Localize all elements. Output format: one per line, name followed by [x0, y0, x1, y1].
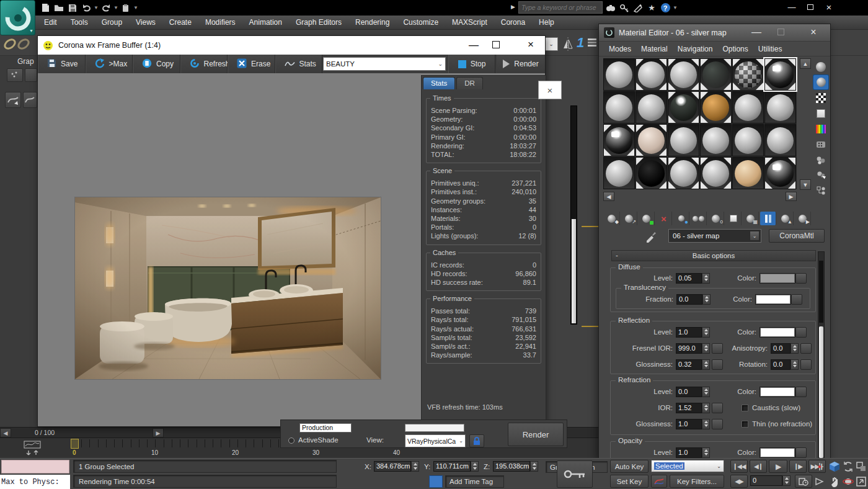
time-tag-color-swatch[interactable] — [429, 475, 443, 488]
assign-material-to-selection-icon[interactable] — [639, 212, 655, 225]
material-slot-10[interactable] — [700, 91, 732, 123]
play-animation-icon[interactable]: ▶ — [769, 460, 787, 473]
slots-scroll-left-icon[interactable]: ◀ — [603, 192, 614, 201]
material-editor-scrollbar[interactable] — [818, 251, 825, 459]
ior-map-button[interactable] — [712, 403, 723, 413]
refraction-level-spinner[interactable]: 0.0 — [676, 387, 710, 397]
material-slot-4[interactable] — [700, 58, 732, 91]
stats-tab-stats[interactable]: Stats — [423, 77, 455, 89]
material-slot-6[interactable] — [764, 58, 796, 91]
ior-value[interactable]: 1.52 — [676, 403, 702, 413]
make-material-copy-icon[interactable]: ● — [673, 212, 689, 225]
material-slot-15[interactable] — [668, 124, 699, 156]
anisotropy-map-button[interactable] — [800, 343, 812, 354]
put-to-library-icon[interactable] — [691, 212, 707, 225]
material-slot-21[interactable] — [668, 157, 699, 189]
get-material-icon[interactable]: ◆ — [604, 212, 620, 225]
fb-close-icon[interactable]: × — [521, 37, 540, 52]
default-in-out-tangents-icon[interactable] — [651, 475, 667, 488]
options-icon[interactable] — [813, 153, 828, 167]
fb-refresh-button[interactable]: Refresh — [180, 55, 228, 73]
undo-icon[interactable] — [79, 1, 93, 14]
view-lock-icon[interactable] — [469, 434, 484, 447]
select-by-material-icon[interactable] — [813, 168, 828, 182]
open-file-icon[interactable] — [52, 1, 66, 14]
reflection-level-spinner[interactable]: 1.0 — [676, 327, 710, 338]
maxscript-listener-line[interactable]: Max to Physc: — [0, 475, 70, 489]
fresnel-ior-map-button[interactable] — [712, 343, 723, 354]
menu-rendering[interactable]: Rendering — [348, 16, 396, 29]
reflection-level-value[interactable]: 1.0 — [676, 327, 702, 338]
rotation-map-button[interactable] — [800, 359, 812, 370]
maximize-viewport-toggle-icon[interactable] — [855, 475, 867, 488]
add-time-tag[interactable]: Add Time Tag — [445, 475, 504, 488]
field-of-view-icon[interactable] — [842, 460, 854, 473]
y-coordinate[interactable]: 110.711cm — [433, 461, 479, 472]
stop-render-button[interactable]: Stop — [448, 55, 495, 73]
search-expand-icon[interactable]: ▶ — [511, 4, 515, 10]
new-file-icon[interactable] — [38, 1, 52, 14]
stats-tab-dr[interactable]: DR — [456, 77, 483, 89]
video-color-check-icon[interactable] — [813, 122, 828, 136]
next-frame-icon[interactable]: ▶ — [153, 428, 164, 437]
material-slot-18[interactable] — [764, 124, 796, 156]
left-panel-button-4[interactable] — [23, 92, 37, 108]
start-render-button[interactable]: Render — [497, 55, 545, 73]
preset-field[interactable] — [405, 424, 464, 432]
menu-tools[interactable]: Tools — [64, 16, 95, 29]
reflection-glossiness-map-button[interactable] — [712, 359, 723, 370]
diffuse-level-value[interactable]: 0.05 — [676, 273, 702, 284]
scrollbar-thumb[interactable] — [572, 219, 576, 323]
fb-save-button[interactable]: Save — [38, 55, 86, 73]
refraction-level-value[interactable]: 0.0 — [676, 387, 702, 397]
me-menu-options[interactable]: Options — [717, 42, 753, 56]
material-slot-23[interactable] — [732, 157, 764, 189]
help-icon[interactable]: ? — [658, 1, 672, 14]
go-to-start-icon[interactable]: ❙◀◀ — [730, 460, 748, 473]
production-option[interactable]: Production — [299, 423, 352, 433]
show-background-icon[interactable]: ▦ — [743, 212, 759, 225]
undo-dropdown-icon[interactable]: ▼ — [93, 1, 99, 14]
translucency-color-swatch[interactable] — [755, 294, 791, 305]
search-box[interactable] — [518, 1, 603, 14]
material-slot-8[interactable] — [636, 91, 667, 123]
thin-checkbox[interactable] — [742, 421, 748, 428]
select-and-link-icon[interactable] — [2, 35, 35, 53]
zoom-region-icon[interactable] — [855, 460, 867, 473]
diffuse-color-swatch[interactable] — [760, 273, 795, 284]
current-frame-field[interactable]: 0 — [750, 475, 790, 486]
show-end-result-icon[interactable] — [760, 212, 776, 225]
material-slot-13[interactable] — [603, 124, 635, 156]
opacity-color-swatch[interactable] — [760, 447, 795, 458]
me-menu-navigation[interactable]: Navigation — [673, 42, 718, 56]
fb-copy-button[interactable]: Copy — [133, 55, 180, 73]
diffuse-level-spinner[interactable]: 0.05 — [676, 273, 710, 284]
go-to-parent-icon[interactable]: ▲ — [777, 212, 794, 225]
sample-type-sphere-icon[interactable] — [813, 60, 828, 74]
material-map-navigator-icon[interactable] — [813, 184, 828, 198]
frame-buffer-titlebar[interactable]: Corona wx Frame Buffer (1:4) — × — [38, 36, 545, 55]
reflection-glossiness-value[interactable]: 0.32 — [676, 359, 702, 370]
fb-stats-button[interactable]: Stats — [275, 55, 323, 73]
activeshade-radio[interactable] — [288, 437, 294, 444]
me-menu-material[interactable]: Material — [636, 42, 673, 56]
render-setup-close-icon[interactable]: × — [538, 81, 562, 99]
menu-help[interactable]: Help — [532, 16, 561, 29]
menu-edit[interactable]: Edit — [37, 16, 64, 29]
background-scrollbar[interactable] — [570, 105, 577, 325]
x-coordinate[interactable]: 384.678cm — [374, 461, 419, 472]
refraction-color-swatch[interactable] — [760, 387, 795, 397]
material-slot-22[interactable] — [700, 157, 732, 189]
material-slot-9[interactable] — [668, 91, 699, 123]
mirror-icon[interactable] — [561, 36, 575, 52]
rotation-value[interactable]: 0.0 — [771, 359, 790, 370]
me-menu-modes[interactable]: Modes — [604, 42, 636, 56]
translucency-color-map-button[interactable] — [791, 294, 802, 305]
anisotropy-value[interactable]: 0.0 — [771, 343, 790, 354]
y-value[interactable]: 110.711cm — [433, 461, 471, 472]
orbit-icon[interactable] — [842, 475, 854, 488]
previous-frame-icon[interactable]: ◀❙ — [750, 460, 767, 473]
me-maximize-icon[interactable] — [777, 29, 784, 35]
time-configuration-icon[interactable] — [795, 475, 812, 488]
layer-manager-icon[interactable] — [588, 38, 596, 47]
